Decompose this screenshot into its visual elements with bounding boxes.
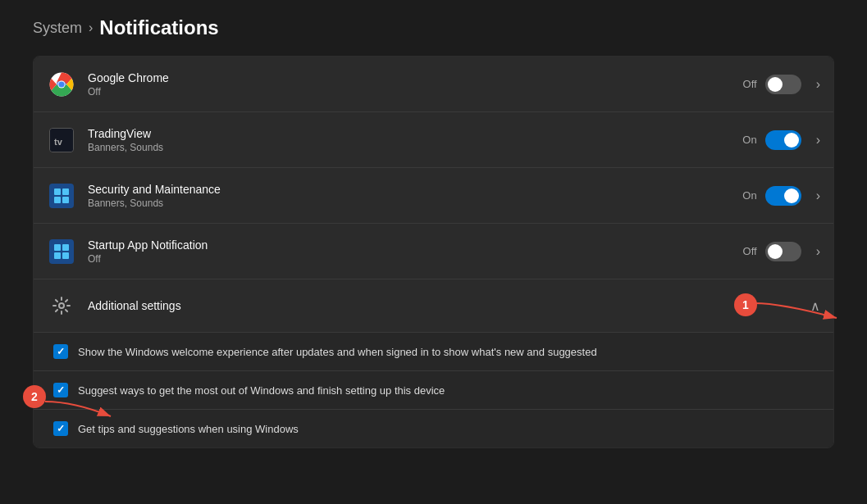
startup-app-icon — [47, 237, 76, 266]
app-info-startup: Startup App Notification Off — [88, 238, 743, 265]
toggle-startup[interactable] — [765, 242, 801, 261]
annotation-badge-1: 1 — [734, 293, 757, 316]
checkbox-text-suggest: Suggest ways to get the most out of Wind… — [78, 384, 445, 397]
app-info-tv: TradingView Banners, Sounds — [88, 127, 742, 153]
checkbox-check-suggest: ✓ — [57, 384, 65, 396]
toggle-knob-chrome — [768, 77, 783, 92]
app-item-google-chrome: Google Chrome Off Off › — [34, 57, 833, 112]
toggle-knob-tv — [784, 133, 799, 148]
app-name-security: Security and Maintenance — [88, 183, 742, 196]
app-item-startup: Startup App Notification Off Off › — [34, 224, 833, 279]
additional-settings-label: Additional settings — [88, 299, 804, 312]
svg-text:tv: tv — [54, 137, 63, 147]
checkbox-suggest[interactable]: ✓ — [53, 383, 68, 397]
app-controls-security: On › — [742, 186, 820, 206]
chrome-app-icon — [47, 70, 76, 99]
app-item-tradingview: tv TradingView Banners, Sounds On › — [34, 112, 833, 168]
breadcrumb-separator: › — [89, 20, 93, 35]
app-controls-tv: On › — [742, 130, 820, 150]
toggle-chrome[interactable] — [765, 75, 801, 94]
checkbox-item-welcome: ✓ Show the Windows welcome experience af… — [34, 333, 833, 371]
additional-settings-icon — [47, 291, 76, 320]
svg-point-3 — [58, 81, 64, 87]
toggle-tv[interactable] — [765, 130, 801, 150]
checkbox-tips[interactable]: ✓ — [53, 421, 68, 436]
svg-rect-7 — [62, 188, 69, 195]
breadcrumb-system[interactable]: System — [33, 20, 82, 37]
app-info-security: Security and Maintenance Banners, Sounds — [88, 183, 742, 209]
app-subtitle-startup: Off — [88, 253, 743, 265]
app-controls-chrome: Off › — [743, 75, 820, 94]
toggle-knob-security — [784, 188, 799, 203]
app-name-tv: TradingView — [88, 127, 742, 140]
toggle-security[interactable] — [765, 186, 801, 206]
svg-rect-11 — [62, 244, 69, 251]
svg-rect-12 — [54, 252, 61, 259]
checkbox-text-welcome: Show the Windows welcome experience afte… — [78, 346, 597, 358]
checkbox-welcome[interactable]: ✓ — [53, 344, 68, 359]
checkbox-item-suggest: ✓ Suggest ways to get the most out of Wi… — [34, 371, 833, 410]
tv-icon-inner: tv — [49, 128, 74, 152]
app-name-chrome: Google Chrome — [88, 71, 743, 84]
svg-rect-10 — [54, 244, 61, 251]
additional-settings-header[interactable]: Additional settings ∧ — [34, 279, 833, 333]
toggle-label-startup: Off — [743, 245, 757, 257]
svg-rect-13 — [62, 252, 69, 259]
svg-point-14 — [59, 303, 64, 308]
checkbox-check-tips: ✓ — [57, 423, 65, 434]
toggle-label-chrome: Off — [743, 78, 757, 90]
chevron-up-additional[interactable]: ∧ — [810, 298, 820, 314]
toggle-knob-startup — [768, 244, 783, 259]
checkbox-item-tips: ✓ Get tips and suggestions when using Wi… — [34, 410, 833, 447]
tradingview-app-icon: tv — [47, 125, 76, 155]
toggle-label-tv: On — [742, 134, 756, 146]
svg-rect-6 — [54, 188, 61, 195]
breadcrumb: System › Notifications — [33, 16, 834, 39]
app-list: Google Chrome Off Off › — [33, 56, 834, 448]
app-controls-startup: Off › — [743, 242, 820, 261]
app-info-chrome: Google Chrome Off — [88, 71, 743, 98]
breadcrumb-current: Notifications — [99, 16, 218, 39]
checkbox-check-welcome: ✓ — [57, 346, 65, 357]
app-subtitle-security: Banners, Sounds — [88, 198, 742, 209]
chevron-right-startup[interactable]: › — [816, 244, 820, 259]
chevron-right-chrome[interactable]: › — [816, 77, 820, 92]
chevron-right-tv[interactable]: › — [816, 133, 820, 148]
app-name-startup: Startup App Notification — [88, 238, 743, 252]
app-item-security: Security and Maintenance Banners, Sounds… — [34, 168, 833, 224]
svg-rect-9 — [62, 197, 69, 203]
annotation-badge-2: 2 — [23, 385, 46, 408]
app-subtitle-tv: Banners, Sounds — [88, 142, 742, 153]
toggle-label-security: On — [742, 189, 756, 202]
svg-rect-8 — [54, 197, 61, 203]
app-subtitle-chrome: Off — [88, 86, 743, 98]
chevron-right-security[interactable]: › — [816, 188, 820, 203]
checkbox-text-tips: Get tips and suggestions when using Wind… — [78, 423, 299, 435]
security-app-icon — [47, 181, 76, 211]
startup-icon-inner — [49, 239, 74, 264]
security-icon-inner — [49, 184, 74, 208]
